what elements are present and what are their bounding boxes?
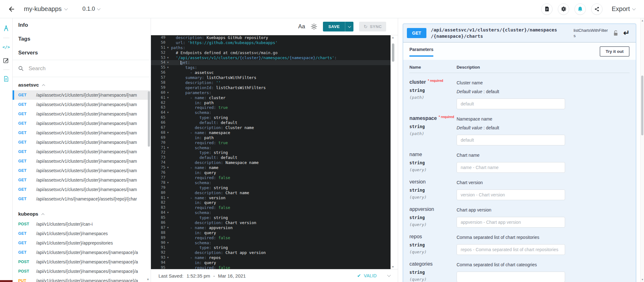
endpoint-row[interactable]: GET/api/assetsvc/v1/clusters/{cluster}/n… bbox=[13, 175, 151, 185]
endpoint-path: /api/v1/clusters/{cluster}/namespaces bbox=[36, 231, 151, 236]
settings-button[interactable] bbox=[558, 3, 569, 15]
endpoint-row[interactable]: GET/api/assetsvc/v1/clusters/{cluster}/n… bbox=[13, 128, 151, 138]
go-to-definition-button[interactable]: ↵ bbox=[623, 29, 630, 37]
code-segment: # Endpoints defined at cmd/assetsvc/main… bbox=[171, 50, 278, 55]
parameter-name-cell: categoriesstring(query) bbox=[409, 261, 457, 282]
rail-divider bbox=[3, 38, 9, 38]
editor-scrollbar-thumb[interactable] bbox=[392, 43, 394, 62]
panel-scrollbar-thumb[interactable] bbox=[641, 76, 643, 135]
parameter-input[interactable] bbox=[457, 272, 565, 282]
share-button[interactable] bbox=[591, 3, 602, 15]
endpoint-row[interactable]: GET/api/assetsvc/v1/ns/{namespace}/asset… bbox=[13, 194, 151, 204]
method-label: POST bbox=[18, 260, 36, 264]
line-number: 54 bbox=[151, 60, 165, 65]
chevron-down-icon bbox=[632, 7, 636, 10]
project-title-dropdown[interactable]: my-kubeapps bbox=[24, 5, 67, 13]
save-options-button[interactable] bbox=[345, 22, 353, 31]
scroll-up-icon[interactable]: ▲ bbox=[641, 19, 644, 22]
back-button[interactable] bbox=[7, 5, 16, 14]
line-number: 94 bbox=[151, 260, 165, 265]
code-segment: repos bbox=[207, 255, 221, 260]
parameter-default: Default value : default bbox=[457, 89, 630, 94]
version-dropdown[interactable]: 0.1.0 bbox=[82, 6, 100, 12]
endpoint-row[interactable]: GET/api/assetsvc/v1/clusters/{cluster}/n… bbox=[13, 119, 151, 128]
parameter-input[interactable] bbox=[457, 244, 565, 255]
tab-parameters[interactable]: Parameters bbox=[409, 47, 433, 57]
parameter-input[interactable] bbox=[457, 217, 565, 228]
operation-summary[interactable]: GET /api/assetsvc/v1/clusters/{cluster}/… bbox=[403, 24, 636, 42]
parameter-description-cell: Cluster nameDefault value : default bbox=[457, 79, 630, 109]
fold-spacer bbox=[165, 250, 170, 255]
scroll-up-icon[interactable]: ▲ bbox=[391, 36, 394, 39]
code-segment: default: bbox=[171, 120, 219, 125]
endpoint-row[interactable]: GET/api/assetsvc/v1/clusters/{cluster}/n… bbox=[13, 185, 151, 194]
group-header-kubeops[interactable]: kubeops bbox=[13, 209, 151, 219]
sidebar-item-info[interactable]: Info bbox=[13, 18, 151, 32]
code-text: required: false bbox=[170, 265, 391, 269]
sidebar-scrollbar-thumb[interactable] bbox=[148, 91, 150, 147]
parameter-input[interactable] bbox=[457, 135, 565, 145]
code-segment: paths: bbox=[171, 45, 185, 50]
code-text: - name: name bbox=[170, 165, 391, 170]
parameter-input[interactable] bbox=[457, 162, 565, 173]
endpoint-row[interactable]: GET/api/v1/clusters/{cluster}/appreposit… bbox=[13, 238, 151, 248]
endpoint-row[interactable]: GET/api/assetsvc/v1/clusters/{cluster}/n… bbox=[13, 156, 151, 166]
parameter-input[interactable] bbox=[457, 189, 565, 200]
endpoint-row[interactable]: GET/api/assetsvc/v1/clusters/{cluster}/n… bbox=[13, 138, 151, 147]
parameter-name: repos bbox=[409, 234, 457, 240]
endpoint-row[interactable]: POST/api/v1/clusters/{cluster}/can-i bbox=[13, 219, 151, 229]
problems-indicator-strip[interactable] bbox=[0, 280, 13, 282]
authorize-button[interactable] bbox=[613, 30, 618, 36]
code-text: required: false bbox=[170, 205, 391, 210]
endpoint-path: /api/assetsvc/v1/clusters/{cluster}/name… bbox=[36, 131, 151, 135]
endpoint-row[interactable]: GET/api/assetsvc/v1/clusters/{cluster}/n… bbox=[13, 90, 151, 100]
code-editor[interactable]: 49 description: Kuebapps GitHub reposito… bbox=[151, 35, 391, 269]
endpoint-row[interactable]: GET/api/assetsvc/v1/clusters/{cluster}/n… bbox=[13, 100, 151, 109]
endpoint-row[interactable]: PUT/api/v1/clusters/{cluster}/namespaces… bbox=[13, 276, 151, 282]
line-number: 91 bbox=[151, 245, 165, 250]
try-it-out-button[interactable]: Try it out bbox=[600, 46, 630, 57]
sidebar-item-servers[interactable]: Servers bbox=[13, 46, 151, 60]
parameter-row: versionstring(query)Chart version bbox=[409, 173, 630, 200]
fold-marker-icon: ▾ bbox=[165, 45, 170, 50]
export-dropdown[interactable]: Export bbox=[612, 5, 635, 13]
endpoint-row[interactable]: GET/api/v1/clusters/{cluster}/namespaces… bbox=[13, 248, 151, 257]
theme-brightness-button[interactable] bbox=[311, 23, 317, 30]
notifications-button[interactable] bbox=[575, 3, 586, 15]
endpoint-row[interactable]: GET/api/assetsvc/v1/clusters/{cluster}/n… bbox=[13, 109, 151, 119]
font-size-button[interactable]: Aa bbox=[298, 23, 305, 30]
activity-log-button[interactable] bbox=[541, 3, 552, 15]
parameter-name: appversion bbox=[409, 206, 457, 212]
source-view-button[interactable]: </> bbox=[3, 43, 10, 51]
fold-spacer bbox=[165, 40, 170, 45]
compass-logo-icon bbox=[3, 25, 9, 31]
rail-divider bbox=[3, 70, 9, 70]
parameter-input[interactable] bbox=[457, 99, 565, 109]
endpoint-row[interactable]: POST/api/v1/clusters/{cluster}/namespace… bbox=[13, 267, 151, 276]
endpoint-row[interactable]: GET/api/v1/clusters/{cluster}/namespaces bbox=[13, 229, 151, 238]
design-view-button[interactable] bbox=[3, 25, 10, 32]
sync-button[interactable]: ↻ SYNC bbox=[359, 22, 386, 31]
line-number: 56 bbox=[151, 70, 165, 75]
name-column-header: Name bbox=[409, 65, 457, 70]
validation-chevron-icon[interactable] bbox=[387, 273, 391, 277]
code-line: 63 required: true bbox=[151, 105, 391, 110]
documentation-button[interactable] bbox=[3, 75, 10, 82]
code-segment: {cluster} bbox=[240, 55, 261, 60]
code-text: required: false bbox=[170, 175, 391, 180]
group-header-assetsvc[interactable]: assetsvc bbox=[13, 80, 151, 90]
scroll-down-icon[interactable]: ▼ bbox=[641, 278, 644, 281]
code-segment: - name: bbox=[171, 225, 207, 230]
fold-marker-icon: ▾ bbox=[165, 65, 170, 70]
parameter-description: Comma separated list of chart cateogries bbox=[457, 262, 630, 267]
scroll-down-icon[interactable]: ▼ bbox=[391, 265, 394, 268]
sidebar-item-tags[interactable]: Tags bbox=[13, 32, 151, 46]
editor-mode-button[interactable] bbox=[3, 56, 10, 64]
endpoint-row[interactable]: GET/api/assetsvc/v1/clusters/{cluster}/n… bbox=[13, 166, 151, 175]
save-button[interactable]: SAVE bbox=[323, 22, 345, 31]
endpoint-row[interactable]: GET/api/assetsvc/v1/clusters/{cluster}/n… bbox=[13, 147, 151, 156]
fold-spacer bbox=[165, 260, 170, 265]
search-input[interactable] bbox=[29, 65, 151, 72]
sidebar-scroll-down-icon[interactable]: ▼ bbox=[147, 278, 149, 281]
endpoint-row[interactable]: POST/api/v1/clusters/{cluster}/namespace… bbox=[13, 257, 151, 267]
